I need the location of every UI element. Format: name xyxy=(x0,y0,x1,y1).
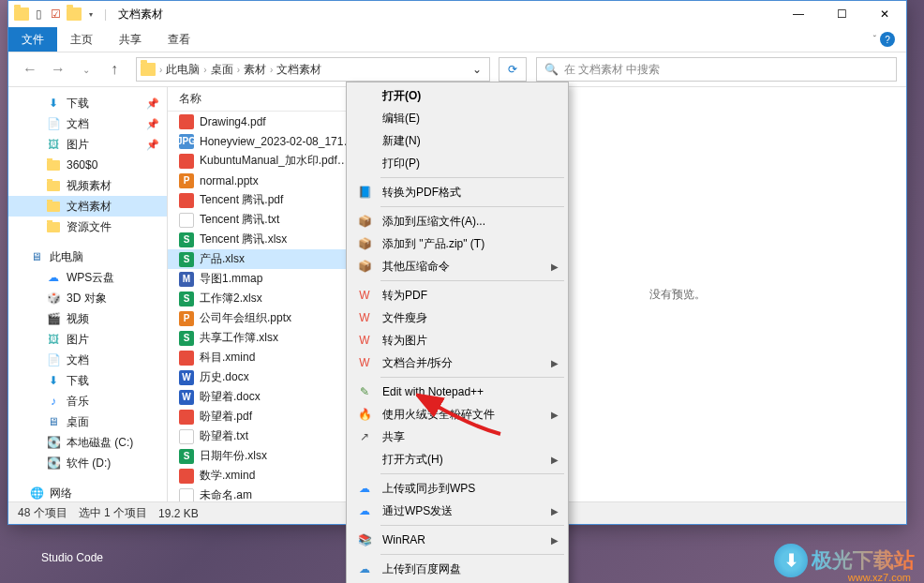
file-item[interactable]: Drawing4.pdf xyxy=(168,112,355,131)
sidebar-item[interactable]: ☁WPS云盘 xyxy=(8,267,167,288)
context-menu-item[interactable]: ☁上传或同步到WPS xyxy=(349,477,566,500)
breadcrumb-segment[interactable]: 素材 xyxy=(240,62,270,78)
menu-label: 其他压缩命令 xyxy=(382,259,450,275)
file-item[interactable]: W盼望着.docx xyxy=(168,387,355,407)
nav-back-button[interactable]: ← xyxy=(18,57,42,82)
file-item[interactable]: 科目.xmind xyxy=(168,348,355,367)
context-menu-item[interactable]: ☁上传到百度网盘 xyxy=(349,558,566,580)
sidebar-item[interactable]: 🎬视频 xyxy=(8,308,167,329)
preview-text: 没有预览。 xyxy=(649,287,706,303)
column-header-name[interactable]: 名称 xyxy=(168,87,355,112)
file-name: Drawing4.pdf xyxy=(200,115,266,128)
ribbon-tab-home[interactable]: 主页 xyxy=(57,27,106,52)
docx-icon: W xyxy=(179,390,194,405)
file-item[interactable]: S产品.xlsx xyxy=(168,249,355,269)
nav-recent-dropdown[interactable]: ⌄ xyxy=(74,57,98,82)
file-item[interactable]: KubuntuManual_加水印.pdf… xyxy=(168,151,355,171)
sidebar-item[interactable]: ⬇下载 xyxy=(8,370,167,391)
file-item[interactable]: Tencent 腾讯.pdf xyxy=(168,190,355,210)
menu-label: 转换为PDF格式 xyxy=(382,185,461,201)
nav-up-button[interactable]: ↑ xyxy=(102,57,127,82)
menu-icon: ☁ xyxy=(356,561,373,577)
submenu-arrow-icon: ▶ xyxy=(551,410,559,420)
breadcrumb-segment[interactable]: 文档素材 xyxy=(273,62,325,78)
sidebar-item[interactable]: 文档素材 xyxy=(8,196,167,217)
ribbon-chevron-icon[interactable]: ˇ xyxy=(873,35,876,45)
file-item[interactable]: P公司年会组织.pptx xyxy=(168,308,355,328)
qat-dropdown[interactable]: ▾ xyxy=(83,7,98,22)
context-menu-item[interactable]: 打开方式(H)▶ xyxy=(349,448,566,471)
file-item[interactable]: S共享工作簿.xlsx xyxy=(168,328,355,348)
file-name: 历史.docx xyxy=(200,369,249,385)
qat-item[interactable]: ▯ xyxy=(31,7,46,22)
context-menu-item[interactable]: W转为PDF xyxy=(349,284,566,306)
sidebar-item[interactable]: 360$0 xyxy=(8,155,167,175)
nav-forward-button[interactable]: → xyxy=(46,57,70,82)
help-button[interactable]: ? xyxy=(880,32,895,47)
breadcrumb-segment[interactable]: 此电脑 xyxy=(162,62,203,78)
menu-label: 上传或同步到WPS xyxy=(382,481,475,497)
qat-check[interactable]: ☑ xyxy=(48,7,63,22)
sidebar-item[interactable]: 视频素材 xyxy=(8,175,167,196)
pin-icon: 📌 xyxy=(146,118,159,130)
maximize-button[interactable]: ☐ xyxy=(820,1,863,27)
file-item[interactable]: Pnormal.pptx xyxy=(168,171,355,190)
file-item[interactable]: 盼望着.pdf xyxy=(168,407,355,426)
context-menu-item[interactable]: ☁通过WPS发送▶ xyxy=(349,500,566,522)
sidebar-item[interactable]: 🖼图片 xyxy=(8,329,167,350)
sidebar-item[interactable]: 🌐网络 xyxy=(8,483,167,501)
close-button[interactable]: ✕ xyxy=(863,1,906,27)
file-item[interactable]: S工作簿2.xlsx xyxy=(168,289,355,308)
context-menu-item[interactable]: W转为图片 xyxy=(349,329,566,351)
file-item[interactable]: Tencent 腾讯.txt xyxy=(168,210,355,230)
sidebar-item[interactable]: ⬇下载📌 xyxy=(8,93,167,113)
context-menu-item[interactable]: 🔥使用火绒安全粉碎文件▶ xyxy=(349,403,566,426)
context-menu-item[interactable]: 新建(N) xyxy=(349,129,566,152)
file-item[interactable]: W历史.docx xyxy=(168,367,355,387)
context-menu-item[interactable]: W文件瘦身 xyxy=(349,306,566,329)
context-menu-item[interactable]: 📚WinRAR▶ xyxy=(349,529,566,551)
pdf-icon xyxy=(179,193,194,208)
sidebar-item[interactable]: 🖼图片📌 xyxy=(8,134,167,155)
breadcrumb-dropdown[interactable]: ⌄ xyxy=(469,63,485,76)
context-menu-item[interactable]: 📦添加到压缩文件(A)... xyxy=(349,210,566,232)
sidebar-item[interactable]: 📄文档 xyxy=(8,350,167,370)
context-menu-item[interactable]: 📦添加到 "产品.zip" (T) xyxy=(349,232,566,255)
file-item[interactable]: STencent 腾讯.xlsx xyxy=(168,230,355,249)
search-input[interactable]: 🔍 在 文档素材 中搜索 xyxy=(536,57,898,82)
ribbon-tab-file[interactable]: 文件 xyxy=(8,27,57,52)
minimize-button[interactable]: — xyxy=(777,1,820,27)
ribbon-tab-share[interactable]: 共享 xyxy=(106,27,155,52)
file-item[interactable]: 数学.xmind xyxy=(168,466,355,486)
sidebar-item[interactable]: 资源文件 xyxy=(8,217,167,237)
menu-icon: W xyxy=(356,309,373,326)
sidebar-item[interactable]: 💽软件 (D:) xyxy=(8,453,167,473)
context-menu-item[interactable]: W文档合并/拆分▶ xyxy=(349,351,566,374)
file-item[interactable]: 盼望着.txt xyxy=(168,426,355,446)
sidebar-item[interactable]: 💽本地磁盘 (C:) xyxy=(8,432,167,453)
ribbon-tab-view[interactable]: 查看 xyxy=(155,27,203,52)
context-menu-item[interactable]: 📦其他压缩命令▶ xyxy=(349,255,566,277)
refresh-button[interactable]: ⟳ xyxy=(499,57,527,82)
context-menu-item[interactable]: 📘转换为PDF格式 xyxy=(349,181,566,203)
sidebar-item[interactable]: 🖥此电脑 xyxy=(8,247,167,267)
context-menu-item[interactable]: 编辑(E) xyxy=(349,107,566,129)
menu-label: 新建(N) xyxy=(382,133,421,149)
sidebar-item[interactable]: ♪音乐 xyxy=(8,391,167,411)
file-item[interactable]: M导图1.mmap xyxy=(168,269,355,289)
breadcrumb[interactable]: › 此电脑 › 桌面 › 素材 › 文档素材 ⌄ xyxy=(136,57,490,82)
sidebar-item[interactable]: 📄文档📌 xyxy=(8,113,167,134)
context-menu-item[interactable]: 打印(P) xyxy=(349,152,566,174)
doc-icon: 📄 xyxy=(46,352,61,367)
context-menu-item[interactable]: ↗共享 xyxy=(349,426,566,448)
file-item[interactable]: JPGHoneyview_2023-02-08_171… xyxy=(168,131,355,151)
sidebar-item[interactable]: 🎲3D 对象 xyxy=(8,288,167,308)
breadcrumb-segment[interactable]: 桌面 xyxy=(207,62,237,78)
context-menu-item[interactable]: ✎Edit with Notepad++ xyxy=(349,381,566,403)
sidebar-item[interactable]: 🖥桌面 xyxy=(8,411,167,432)
menu-label: 转为PDF xyxy=(382,288,427,304)
file-item[interactable]: 未命名.am xyxy=(168,486,355,501)
context-menu-item[interactable]: 打开(O) xyxy=(349,84,566,107)
sidebar-item-label: 文档 xyxy=(67,352,89,368)
file-item[interactable]: S日期年份.xlsx xyxy=(168,446,355,466)
